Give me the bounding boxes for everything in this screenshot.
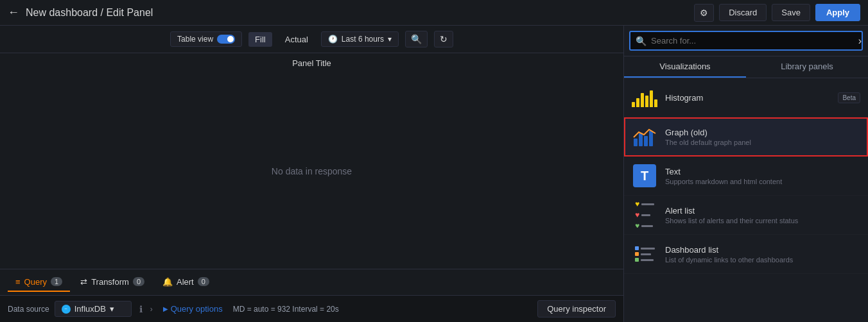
datasource-bar: Data source ~ InfluxDB ▾ ℹ › Query optio… bbox=[0, 295, 623, 322]
histogram-name: Histogram bbox=[665, 93, 830, 103]
tab-library-panels[interactable]: Library panels bbox=[746, 56, 868, 78]
svg-rect-1 bbox=[639, 133, 643, 146]
divider: › bbox=[150, 305, 153, 314]
svg-rect-2 bbox=[644, 136, 648, 146]
histogram-info: Histogram bbox=[665, 93, 830, 103]
transform-tab-icon: ⇄ bbox=[80, 277, 87, 287]
table-view-control: Table view bbox=[170, 31, 242, 47]
transform-tab-badge: 0 bbox=[133, 277, 144, 286]
viz-item-histogram[interactable]: Histogram Beta bbox=[624, 78, 868, 117]
viz-list: Histogram Beta bbox=[624, 78, 868, 322]
query-tab-label: Query bbox=[24, 277, 47, 287]
alert-tab-icon: 🔔 bbox=[162, 277, 173, 287]
md-info: MD = auto = 932 Interval = 20s bbox=[233, 305, 339, 314]
dashboard-list-name: Dashboard list bbox=[665, 245, 860, 255]
influxdb-icon: ~ bbox=[62, 305, 71, 314]
tab-transform[interactable]: ⇄ Transform 0 bbox=[73, 273, 152, 292]
transform-tab-label: Transform bbox=[91, 277, 129, 287]
dashboard-list-desc: List of dynamic links to other dashboard… bbox=[665, 256, 860, 264]
chevron-down-icon: ▾ bbox=[388, 35, 392, 44]
graph-old-desc: The old default graph panel bbox=[665, 139, 860, 146]
query-tabs: ≡ Query 1 ⇄ Transform 0 🔔 Alert 0 Data s… bbox=[0, 269, 623, 322]
query-tab-badge: 1 bbox=[51, 277, 62, 286]
alert-tab-badge: 0 bbox=[198, 277, 209, 286]
datasource-name: InfluxDB bbox=[74, 304, 106, 314]
tab-visualizations[interactable]: Visualizations bbox=[624, 56, 746, 78]
hist-bar-6 bbox=[654, 99, 657, 107]
text-desc: Supports markdown and html content bbox=[665, 178, 860, 185]
clock-icon: 🕐 bbox=[328, 35, 338, 44]
alert-list-icon: ♥ ♥ ♥ bbox=[632, 202, 657, 228]
chevron-down-icon: ▾ bbox=[110, 304, 114, 314]
viz-item-dashboard-list[interactable]: Dashboard list List of dynamic links to … bbox=[624, 235, 868, 274]
alert-list-info: Alert list Shows list of alerts and thei… bbox=[665, 206, 860, 225]
query-options-label: Query options bbox=[171, 304, 223, 314]
hist-bar-5 bbox=[650, 90, 653, 107]
top-bar: ← New dashboard / Edit Panel ⚙ Discard S… bbox=[0, 0, 868, 26]
main-layout: Table view Fill Actual 🕐 Last 6 hours ▾ … bbox=[0, 26, 868, 322]
graph-old-name: Graph (old) bbox=[665, 128, 860, 137]
tab-query[interactable]: ≡ Query 1 bbox=[8, 273, 70, 292]
datasource-info-button[interactable]: ℹ bbox=[137, 303, 145, 316]
tab-alert[interactable]: 🔔 Alert 0 bbox=[155, 273, 217, 292]
top-bar-right: ⚙ Discard Save Apply bbox=[694, 4, 860, 22]
zoom-out-button[interactable]: 🔍 bbox=[405, 31, 428, 47]
datasource-label: Data source bbox=[8, 305, 49, 314]
datasource-select[interactable]: ~ InfluxDB ▾ bbox=[55, 301, 132, 317]
hist-bar-3 bbox=[641, 93, 644, 107]
graph-old-info: Graph (old) The old default graph panel bbox=[665, 128, 860, 146]
svg-rect-3 bbox=[649, 131, 653, 146]
collapse-panel-button[interactable]: › bbox=[855, 31, 865, 51]
viz-item-graph-old[interactable]: Graph (old) The old default graph panel bbox=[624, 117, 868, 157]
histogram-icon bbox=[632, 85, 657, 110]
query-tab-bar: ≡ Query 1 ⇄ Transform 0 🔔 Alert 0 bbox=[0, 269, 623, 295]
alert-tab-label: Alert bbox=[177, 277, 194, 287]
apply-button[interactable]: Apply bbox=[815, 4, 860, 21]
alert-list-desc: Shows list of alerts and their current s… bbox=[665, 217, 860, 225]
time-range-label: Last 6 hours bbox=[342, 35, 384, 44]
search-icon: 🔍 bbox=[636, 36, 647, 46]
search-input[interactable] bbox=[629, 31, 863, 51]
breadcrumb: New dashboard / Edit Panel bbox=[26, 7, 153, 19]
query-tab-icon: ≡ bbox=[15, 277, 21, 287]
no-data-message: No data in response bbox=[272, 166, 352, 176]
dashboard-list-icon bbox=[632, 241, 657, 267]
viz-item-text[interactable]: T Text Supports markdown and html conten… bbox=[624, 157, 868, 196]
panel-content: No data in response bbox=[0, 73, 623, 269]
viz-item-alert-list[interactable]: ♥ ♥ ♥ Alert list bbox=[624, 196, 868, 235]
left-panel: Table view Fill Actual 🕐 Last 6 hours ▾ … bbox=[0, 26, 624, 322]
actual-button[interactable]: Actual bbox=[279, 32, 315, 47]
panel-area: Panel Title No data in response bbox=[0, 53, 623, 269]
panel-toolbar: Table view Fill Actual 🕐 Last 6 hours ▾ … bbox=[0, 26, 623, 53]
query-options-button[interactable]: Query options bbox=[158, 301, 228, 316]
table-view-label: Table view bbox=[177, 35, 213, 44]
refresh-button[interactable]: ↻ bbox=[434, 31, 453, 47]
beta-badge: Beta bbox=[838, 92, 860, 103]
graph-old-icon bbox=[632, 124, 657, 149]
panel-title: Panel Title bbox=[0, 53, 623, 73]
table-view-toggle[interactable] bbox=[217, 35, 235, 44]
text-info: Text Supports markdown and html content bbox=[665, 167, 860, 185]
save-button[interactable]: Save bbox=[772, 4, 810, 21]
hist-bar-1 bbox=[632, 102, 635, 107]
right-panel: 🔍 › Visualizations Library panels bbox=[624, 26, 868, 322]
settings-button[interactable]: ⚙ bbox=[694, 4, 714, 22]
discard-button[interactable]: Discard bbox=[719, 4, 767, 21]
panel-type-tabs: Visualizations Library panels bbox=[624, 56, 868, 78]
query-inspector-button[interactable]: Query inspector bbox=[537, 300, 616, 318]
hist-bar-2 bbox=[636, 98, 639, 107]
svg-rect-0 bbox=[634, 139, 638, 146]
fill-button[interactable]: Fill bbox=[248, 32, 272, 47]
dashboard-list-info: Dashboard list List of dynamic links to … bbox=[665, 245, 860, 264]
alert-list-name: Alert list bbox=[665, 206, 860, 216]
top-bar-left: ← New dashboard / Edit Panel bbox=[8, 6, 153, 19]
text-name: Text bbox=[665, 167, 860, 176]
back-button[interactable]: ← bbox=[8, 6, 19, 19]
hist-bar-4 bbox=[645, 96, 648, 107]
text-icon: T bbox=[632, 163, 657, 189]
time-range-picker[interactable]: 🕐 Last 6 hours ▾ bbox=[321, 31, 399, 47]
search-bar: 🔍 › bbox=[624, 26, 868, 56]
